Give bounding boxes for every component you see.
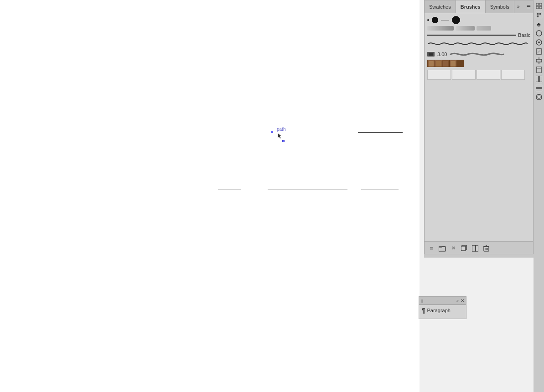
right-icon-4[interactable] xyxy=(535,29,543,37)
panel-tabs: Swatches Brushes Symbols » ☰ xyxy=(425,0,533,13)
expand-panels-button[interactable]: » xyxy=(514,2,523,11)
svg-rect-4 xyxy=(476,245,478,252)
right-icon-5[interactable] xyxy=(535,38,543,46)
brush-strokes-row xyxy=(427,26,530,31)
svg-rect-12 xyxy=(539,3,542,5)
svg-rect-24 xyxy=(537,67,541,73)
canvas-line-3 xyxy=(218,190,241,190)
paragraph-drag-handle: |||| xyxy=(421,299,423,303)
svg-rect-2 xyxy=(461,246,466,251)
svg-rect-28 xyxy=(536,85,542,88)
svg-point-19 xyxy=(536,31,542,36)
canvas-line-5 xyxy=(361,190,399,190)
panel-menu-button[interactable]: ☰ xyxy=(524,2,534,11)
panel-resize-handle[interactable]: ···· xyxy=(424,254,534,258)
brushes-content: Basic 3.00 xyxy=(425,13,533,83)
tab-symbols[interactable]: Symbols xyxy=(486,0,514,13)
empty-brush-2[interactable] xyxy=(452,70,476,80)
svg-rect-11 xyxy=(536,3,539,5)
paragraph-label: Paragraph xyxy=(427,308,451,313)
svg-rect-14 xyxy=(539,6,542,9)
brush-stroke-2[interactable] xyxy=(456,26,475,31)
basic-section-header: Basic xyxy=(427,32,530,38)
delete-icon[interactable]: ✕ xyxy=(449,244,457,253)
new-brush-folder-icon[interactable] xyxy=(438,244,446,253)
right-icon-10[interactable] xyxy=(535,84,543,92)
svg-rect-27 xyxy=(539,76,542,82)
right-icon-7[interactable] xyxy=(535,57,543,65)
path-label: path xyxy=(277,127,285,132)
right-icon-3[interactable]: ♣ xyxy=(535,20,543,28)
brush-line-separator xyxy=(441,20,449,21)
svg-rect-26 xyxy=(536,76,539,82)
pattern-strip-cells xyxy=(427,60,464,67)
right-icon-8[interactable] xyxy=(535,66,543,74)
svg-point-21 xyxy=(538,41,540,43)
right-icon-9[interactable] xyxy=(535,75,543,83)
pattern-brush-strip[interactable] xyxy=(427,60,530,67)
brush-stroke-3[interactable] xyxy=(477,26,491,31)
basic-label: Basic xyxy=(518,32,530,38)
basic-line xyxy=(427,35,516,36)
calligraphy-brush-preview[interactable] xyxy=(450,51,530,58)
tab-brushes[interactable]: Brushes xyxy=(456,0,486,13)
right-icon-6[interactable] xyxy=(535,47,543,56)
brush-stroke-1[interactable] xyxy=(427,26,454,31)
paragraph-expand-button[interactable]: » xyxy=(456,299,459,303)
right-icon-11[interactable] xyxy=(535,93,543,101)
right-icon-1[interactable] xyxy=(535,2,543,10)
brush-dot-tiny[interactable] xyxy=(427,19,429,21)
empty-brush-3[interactable] xyxy=(477,70,500,80)
right-toolbar: ♣ xyxy=(534,0,544,392)
brush-size-icon xyxy=(427,52,435,57)
right-icon-2[interactable] xyxy=(535,11,543,19)
svg-point-30 xyxy=(536,94,542,100)
duplicate-icon[interactable] xyxy=(460,244,468,253)
textured-brush-preview[interactable] xyxy=(427,40,530,48)
empty-brush-4[interactable] xyxy=(501,70,525,80)
libraries-icon[interactable]: ≡ xyxy=(427,244,435,253)
path-handle-left[interactable] xyxy=(271,131,273,133)
brush-size-row: 3.00 xyxy=(427,51,530,58)
panel-footer: ≡ ✕ xyxy=(425,241,533,255)
paragraph-panel-content: ¶ Paragraph xyxy=(419,305,466,316)
brush-size-value: 3.00 xyxy=(437,52,447,57)
svg-rect-17 xyxy=(539,13,541,15)
cursor xyxy=(277,132,283,141)
paragraph-panel-header: |||| » ✕ xyxy=(419,297,466,305)
svg-rect-13 xyxy=(536,6,539,9)
paragraph-panel: |||| » ✕ ¶ Paragraph xyxy=(419,296,466,319)
canvas[interactable]: path xyxy=(0,0,420,392)
resize-dots: ···· xyxy=(475,254,483,258)
trash-icon[interactable] xyxy=(482,244,490,253)
brush-options-icon[interactable] xyxy=(471,244,479,253)
paragraph-close-button[interactable]: ✕ xyxy=(461,298,464,303)
brush-size-row-1 xyxy=(427,16,530,24)
svg-rect-23 xyxy=(536,59,542,62)
svg-point-31 xyxy=(538,96,540,98)
paragraph-symbol: ¶ xyxy=(422,307,425,314)
svg-rect-18 xyxy=(537,15,539,17)
empty-brush-1[interactable] xyxy=(427,70,451,80)
svg-rect-16 xyxy=(537,13,539,15)
canvas-line-4 xyxy=(268,190,347,190)
brushes-panel: Swatches Brushes Symbols » ☰ Basic xyxy=(424,0,534,255)
empty-brush-row xyxy=(427,70,530,80)
svg-rect-29 xyxy=(536,88,542,91)
tab-swatches[interactable]: Swatches xyxy=(425,0,456,13)
canvas-line-2 xyxy=(358,132,403,133)
brush-dot-medium[interactable] xyxy=(432,17,438,23)
brush-dot-large[interactable] xyxy=(452,16,460,24)
svg-rect-3 xyxy=(472,245,476,252)
